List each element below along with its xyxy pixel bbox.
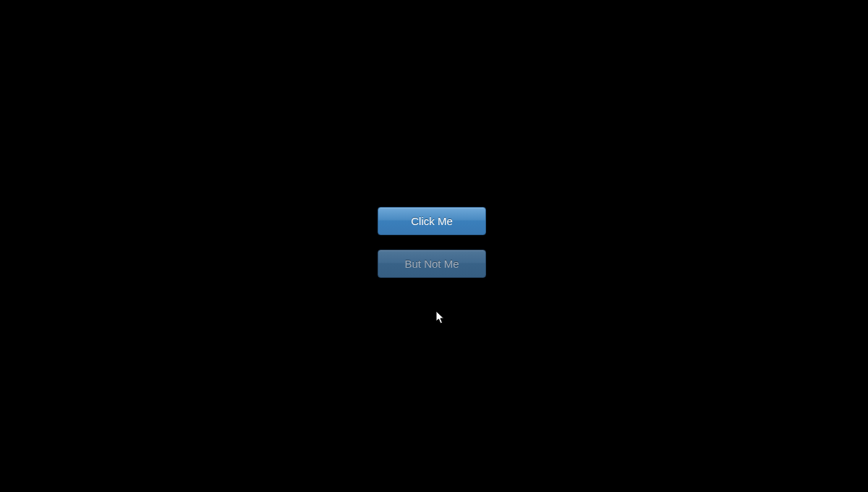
button-group: Click Me But Not Me bbox=[378, 207, 486, 278]
but-not-me-button: But Not Me bbox=[378, 250, 486, 278]
cursor-icon bbox=[435, 310, 446, 325]
click-me-button[interactable]: Click Me bbox=[378, 207, 486, 235]
